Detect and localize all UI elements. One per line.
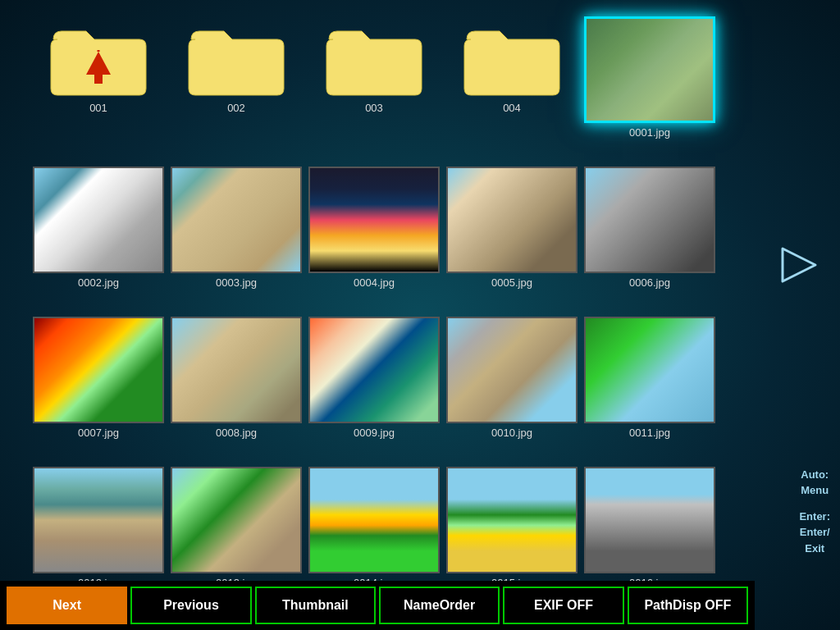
- image-item-0006[interactable]: 0006.jpg: [584, 167, 715, 310]
- image-label-0009: 0009.jpg: [354, 427, 395, 439]
- image-label-0001: 0001.jpg: [629, 126, 670, 139]
- svg-marker-3: [783, 249, 815, 281]
- image-label-0005: 0005.jpg: [491, 276, 532, 289]
- image-item-0001[interactable]: 0001.jpg: [584, 16, 715, 160]
- image-item-0007[interactable]: 0007.jpg: [33, 317, 164, 460]
- image-label-0007: 0007.jpg: [78, 427, 119, 439]
- image-label-0006: 0006.jpg: [629, 276, 670, 289]
- auto-menu-label: Auto:: [799, 467, 830, 483]
- image-item-0002[interactable]: 0002.jpg: [33, 167, 164, 310]
- folder-icon-004: [463, 19, 561, 97]
- folder-icon-002: [187, 19, 285, 97]
- enter-label: Enter:: [799, 509, 830, 525]
- thumbnail-button[interactable]: Thumbnail: [255, 587, 376, 624]
- next-page-arrow[interactable]: [778, 244, 828, 285]
- svg-rect-1: [94, 74, 103, 84]
- folder-item-004[interactable]: 004: [446, 16, 578, 160]
- image-item-0004[interactable]: 0004.jpg: [308, 167, 440, 310]
- image-label-0004: 0004.jpg: [354, 276, 395, 289]
- folder-label-003: 003: [365, 102, 383, 114]
- folder-label-001: 001: [89, 102, 107, 114]
- thumbnail-grid: 001 002 003: [16, 0, 840, 619]
- image-item-0009[interactable]: 0009.jpg: [308, 317, 440, 460]
- folder-label-002: 002: [227, 102, 245, 114]
- enter-label2: Enter/: [799, 524, 830, 541]
- folder-icon-001: [49, 19, 148, 97]
- pathdisp-off-button[interactable]: PathDisp OFF: [628, 587, 748, 624]
- side-info-panel: Auto: Menu Enter: Enter/ Exit: [799, 467, 830, 557]
- image-item-0011[interactable]: 0011.jpg: [584, 317, 715, 460]
- previous-button[interactable]: Previous: [130, 587, 251, 624]
- folder-item-002[interactable]: 002: [171, 16, 302, 160]
- image-item-0003[interactable]: 0003.jpg: [171, 167, 302, 310]
- auto-menu-label2: Menu: [799, 482, 830, 499]
- image-label-0003: 0003.jpg: [216, 276, 257, 289]
- image-item-0010[interactable]: 0010.jpg: [446, 317, 578, 460]
- image-label-0002: 0002.jpg: [78, 276, 119, 289]
- folder-label-004: 004: [503, 102, 521, 114]
- image-label-0008: 0008.jpg: [216, 427, 257, 439]
- folder-item-003[interactable]: 003: [308, 16, 440, 160]
- exif-off-button[interactable]: EXIF OFF: [503, 587, 623, 624]
- file-browser: 001 002 003: [0, 0, 840, 630]
- folder-item-001[interactable]: 001: [33, 16, 164, 160]
- next-button[interactable]: Next: [7, 587, 127, 624]
- image-label-0011: 0011.jpg: [629, 427, 670, 439]
- nameorder-button[interactable]: NameOrder: [379, 587, 500, 624]
- bottom-toolbar: Next Previous Thumbnail NameOrder EXIF O…: [0, 581, 755, 630]
- image-label-0010: 0010.jpg: [491, 427, 532, 439]
- image-item-0005[interactable]: 0005.jpg: [446, 167, 578, 310]
- enter-label3: Exit: [799, 541, 830, 557]
- image-item-0008[interactable]: 0008.jpg: [171, 317, 302, 460]
- arrow-right-icon: [778, 244, 828, 285]
- folder-icon-003: [325, 19, 423, 97]
